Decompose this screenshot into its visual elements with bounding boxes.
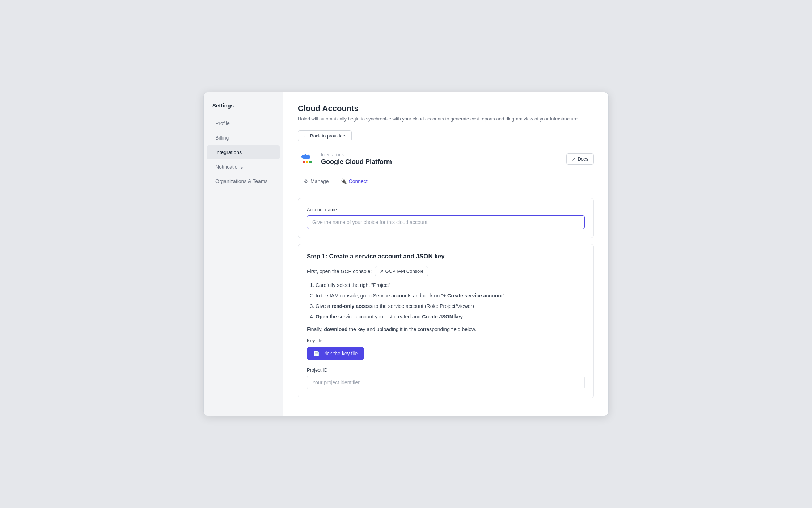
tab-connect-label: Connect (349, 178, 368, 184)
tabs: ⚙ Manage 🔌 Connect (298, 175, 594, 189)
page-subtitle: Holori will automatically begin to synch… (298, 116, 594, 122)
integration-text: Integrations Google Cloud Platform (321, 152, 392, 166)
integration-name: Google Cloud Platform (321, 158, 392, 166)
svg-rect-1 (303, 161, 305, 163)
external-link-icon: ↗ (572, 156, 576, 162)
main-content: Cloud Accounts Holori will automatically… (283, 92, 608, 416)
back-to-providers-button[interactable]: ← Back to providers (298, 130, 352, 141)
list-item: In the IAM console, go to Service accoun… (316, 292, 585, 300)
gcp-logo (298, 150, 315, 168)
tab-manage-label: Manage (310, 178, 329, 184)
sidebar-item-notifications[interactable]: Notifications (207, 160, 280, 174)
list-item: Give a read-only access to the service a… (316, 302, 585, 310)
svg-rect-2 (306, 161, 308, 163)
finally-text: Finally, download the key and uploading … (307, 326, 585, 332)
sidebar-item-billing[interactable]: Billing (207, 131, 280, 145)
account-name-label: Account name (307, 207, 585, 212)
gcp-console-btn-label: GCP IAM Console (385, 268, 424, 274)
sidebar-item-integrations[interactable]: Integrations (207, 145, 280, 159)
tab-connect[interactable]: 🔌 Connect (335, 175, 373, 189)
integration-header: Integrations Google Cloud Platform ↗ Doc… (298, 150, 594, 168)
account-name-section: Account name (298, 198, 594, 238)
gcp-console-button[interactable]: ↗ GCP IAM Console (375, 266, 428, 276)
pick-key-file-button[interactable]: 📄 Pick the key file (307, 347, 364, 360)
svg-rect-3 (309, 161, 312, 163)
tab-manage[interactable]: ⚙ Manage (298, 175, 335, 189)
plug-icon: 🔌 (341, 178, 347, 184)
step1-title: Step 1: Create a service account and JSO… (307, 253, 585, 260)
page-title: Cloud Accounts (298, 104, 594, 113)
step1-intro-text: First, open the GCP console: (307, 268, 372, 274)
list-item: Open the service account you just create… (316, 313, 585, 321)
pick-key-btn-label: Pick the key file (322, 351, 358, 356)
external-link-icon-2: ↗ (380, 268, 384, 274)
account-name-input[interactable] (307, 215, 585, 229)
project-id-label: Project ID (307, 367, 585, 373)
step1-instructions: Carefully select the right "Project" In … (307, 281, 585, 321)
arrow-left-icon: ← (303, 133, 308, 139)
sidebar-item-organizations[interactable]: Organizations & Teams (207, 174, 280, 188)
docs-button-label: Docs (578, 156, 588, 162)
key-file-label: Key file (307, 338, 585, 343)
sidebar-title: Settings (204, 102, 283, 116)
docs-button[interactable]: ↗ Docs (566, 153, 594, 165)
step1-intro: First, open the GCP console: ↗ GCP IAM C… (307, 266, 585, 276)
sidebar: Settings Profile Billing Integrations No… (204, 92, 283, 416)
sidebar-item-profile[interactable]: Profile (207, 117, 280, 130)
back-button-label: Back to providers (310, 133, 346, 139)
integration-label: Integrations (321, 152, 392, 157)
gear-icon: ⚙ (304, 178, 308, 184)
project-id-input[interactable] (307, 376, 585, 389)
list-item: Carefully select the right "Project" (316, 281, 585, 289)
integration-info: Integrations Google Cloud Platform (298, 150, 392, 168)
step1-section: Step 1: Create a service account and JSO… (298, 244, 594, 398)
file-icon: 📄 (313, 351, 320, 356)
